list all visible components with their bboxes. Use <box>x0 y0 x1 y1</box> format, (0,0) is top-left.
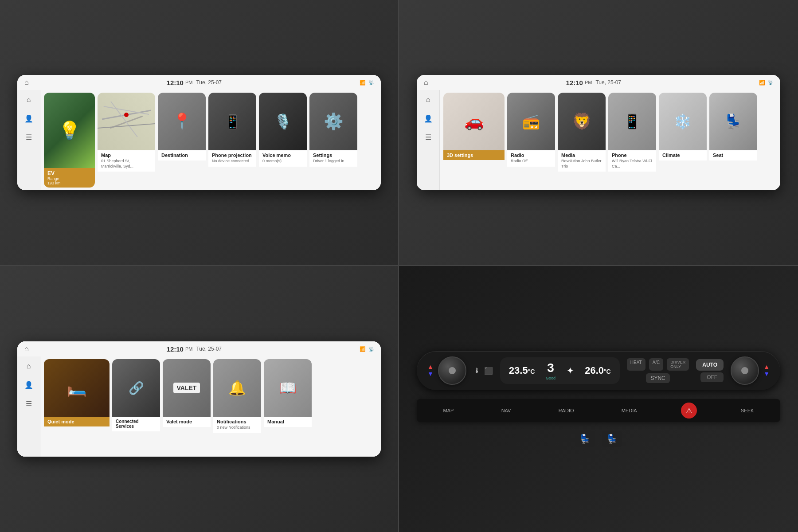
fan-display: 3 Good <box>546 361 555 380</box>
seat-title: Seat <box>713 153 754 158</box>
left-temp-up[interactable]: ▲ <box>427 364 434 370</box>
heat-label: HEAT <box>630 360 642 365</box>
radio-image: 📻 <box>507 93 555 150</box>
ac-label: A/C <box>653 360 660 365</box>
left-temp-knob[interactable] <box>438 356 466 385</box>
card-notifications[interactable]: 🔔 Notifications 0 new Notifications <box>213 359 261 454</box>
card-phone-tr[interactable]: 📱 Phone Will Ryan Telstra Wi-Fi Ca... <box>608 93 656 188</box>
phone-tr-title: Phone <box>612 153 653 158</box>
fan-good-label: Good <box>546 376 555 380</box>
seat-heat-icon[interactable]: ⬛ <box>484 367 493 375</box>
card-3d-settings[interactable]: 🚗 3D settings <box>443 93 505 188</box>
off-label: OFF <box>707 374 717 380</box>
card-seat[interactable]: 💺 Seat <box>709 93 757 188</box>
home-icon-tr[interactable]: ⌂ <box>424 78 428 86</box>
card-manual[interactable]: 📖 Manual <box>264 359 312 454</box>
right-temp-up[interactable]: ▲ <box>763 364 770 370</box>
right-temp-display: 26.0°C <box>585 365 611 376</box>
settings-subtitle: Driver 1 logged in <box>313 159 354 164</box>
driver-only-btn[interactable]: DRIVERONLY <box>667 358 689 371</box>
ev-label: EV Range193 km <box>44 168 95 188</box>
sidebar-menu-bl[interactable]: ☰ <box>22 396 36 411</box>
3d-settings-label: 3D settings <box>443 150 505 160</box>
card-connected-services[interactable]: 🔗 ConnectedServices <box>112 359 160 454</box>
radio-label: Radio Radio Off <box>507 150 555 167</box>
nav-seek[interactable]: SEEK <box>737 406 757 415</box>
signal-icon-tr: 📡 <box>768 80 773 85</box>
sidebar-profile-tr[interactable]: 👤 <box>421 111 435 125</box>
phone-projection-label: Phone projection No device connected. <box>208 150 256 167</box>
sidebar-home-tr[interactable]: ⌂ <box>421 93 435 107</box>
seat-left-icon[interactable]: 💺 <box>575 431 595 447</box>
cards-area-bl: 🛏️ Quiet mode 🔗 ConnectedServices <box>40 356 381 457</box>
svg-line-2 <box>98 124 155 128</box>
left-temp-controls: ▲ ▼ <box>427 364 434 377</box>
phone-tr-image: 📱 <box>608 93 656 150</box>
sidebar-menu-tr[interactable]: ☰ <box>421 130 435 144</box>
hazard-button[interactable]: ⚠ <box>681 403 697 419</box>
driver-only-label: DRIVERONLY <box>670 360 685 369</box>
media-label: Media Revolution John Butler Trio <box>558 150 606 172</box>
quiet-mode-label: Quiet mode <box>44 417 110 426</box>
right-temp-down[interactable]: ▼ <box>763 371 770 377</box>
card-valet-mode[interactable]: VALET Valet mode <box>163 359 211 454</box>
header-icons-tr: 📶 📡 <box>759 80 773 86</box>
seat-right-icon[interactable]: 💺 <box>602 431 622 447</box>
sync-label: SYNC <box>650 375 665 381</box>
map-subtitle: 01 Shepherd St, Marrickville, Syd... <box>101 159 152 169</box>
right-temp-knob[interactable] <box>731 356 759 385</box>
card-ev[interactable]: 💡 EV Range193 km <box>44 93 95 188</box>
sidebar-home-tl[interactable]: ⌂ <box>22 93 36 107</box>
card-map[interactable]: Map 01 Shepherd St, Marrickville, Syd... <box>98 93 155 188</box>
card-climate[interactable]: ❄️ Climate <box>659 93 707 188</box>
phone-tr-label: Phone Will Ryan Telstra Wi-Fi Ca... <box>608 150 656 172</box>
date-tr: Tue, 25-07 <box>595 79 621 86</box>
sidebar-profile-tl[interactable]: 👤 <box>22 111 36 125</box>
ac-btn[interactable]: A/C <box>649 358 664 371</box>
notifications-subtitle: 0 new Notifications <box>217 425 258 430</box>
radio-icon: 📻 <box>522 113 540 130</box>
left-temp-down[interactable]: ▼ <box>427 371 434 377</box>
nav-media[interactable]: MEDIA <box>618 406 641 415</box>
media-title: Media <box>561 153 602 158</box>
sidebar-menu-tl[interactable]: ☰ <box>22 130 36 144</box>
sidebar-home-bl[interactable]: ⌂ <box>22 359 36 373</box>
phone-projection-subtitle: No device connected. <box>212 159 253 164</box>
right-temp-controls: ▲ ▼ <box>763 364 770 377</box>
auto-btn[interactable]: AUTO <box>696 359 724 371</box>
left-temp-value: 23.5°C <box>509 365 535 376</box>
home-icon-bl[interactable]: ⌂ <box>24 345 29 352</box>
svg-point-3 <box>124 113 129 117</box>
card-destination[interactable]: 📍 Destination <box>158 93 206 188</box>
voice-memo-title: Voice memo <box>262 153 303 158</box>
settings-image: ⚙️ <box>309 93 357 150</box>
card-voice-memo[interactable]: 🎙️ Voice memo 0 memo(s) <box>259 93 307 188</box>
defrost-icon[interactable]: 🌡 <box>473 367 481 375</box>
quadrant-top-left: ⌂ 12:10 PM Tue, 25-07 📶 📡 ⌂ 👤 ☰ <box>0 0 399 266</box>
phone-tr-subtitle: Will Ryan Telstra Wi-Fi Ca... <box>612 159 653 169</box>
off-btn[interactable]: OFF <box>700 372 724 382</box>
nav-radio[interactable]: RADIO <box>555 406 578 415</box>
quadrant-bottom-left: ⌂ 12:10 PM Tue, 25-07 📶 📡 ⌂ 👤 ☰ <box>0 266 399 532</box>
card-media[interactable]: 🦁 Media Revolution John Butler Trio <box>558 93 606 188</box>
signal-icon-bl: 📡 <box>368 347 374 352</box>
nav-nav[interactable]: NAV <box>498 406 515 415</box>
bell-icon: 🔔 <box>228 379 246 396</box>
card-quiet-mode[interactable]: 🛏️ Quiet mode <box>44 359 110 454</box>
screen-top-right: ⌂ 12:10 PM Tue, 25-07 📶 📡 ⌂ 👤 ☰ <box>417 75 780 190</box>
wifi-icon-bl: 📶 <box>360 346 366 352</box>
destination-image: 📍 <box>158 93 206 150</box>
heat-btn[interactable]: HEAT <box>627 358 645 371</box>
connected-services-title: ConnectedServices <box>116 419 156 429</box>
card-settings[interactable]: ⚙️ Settings Driver 1 logged in <box>309 93 357 188</box>
nav-map[interactable]: MAP <box>440 406 458 415</box>
connected-services-image: 🔗 <box>112 359 160 417</box>
sidebar-profile-bl[interactable]: 👤 <box>22 378 36 392</box>
home-icon-tl[interactable]: ⌂ <box>24 78 29 86</box>
bottom-nav-bar: MAP NAV RADIO MEDIA ⚠ SEEK <box>417 399 780 422</box>
card-radio[interactable]: 📻 Radio Radio Off <box>507 93 555 188</box>
card-phone-projection[interactable]: 📱 Phone projection No device connected. <box>208 93 256 188</box>
map-label: Map 01 Shepherd St, Marrickville, Syd... <box>98 150 155 172</box>
sync-btn[interactable]: SYNC <box>646 373 669 383</box>
voice-memo-image: 🎙️ <box>259 93 307 150</box>
